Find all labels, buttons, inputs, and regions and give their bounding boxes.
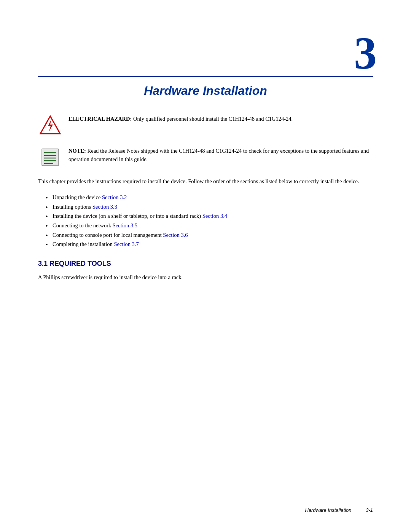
- list-item: Installing the device (on a shelf or tab…: [46, 211, 373, 221]
- footer-page-number: 3-1: [366, 507, 373, 513]
- note-notice: NOTE: Read the Release Notes shipped wit…: [38, 145, 373, 169]
- list-item-text: Completing the installation: [53, 241, 114, 247]
- chapter-divider: [38, 76, 373, 77]
- section-3-6-link[interactable]: Section 3.6: [163, 232, 188, 238]
- list-item-text: Installing the device (on a shelf or tab…: [53, 213, 202, 219]
- section-list: Unpacking the device Section 3.2 Install…: [46, 193, 373, 249]
- lightning-warning-icon: [38, 113, 62, 137]
- footer: Hardware Installation 3-1: [305, 507, 373, 513]
- chapter-title: Hardware Installation: [38, 84, 373, 98]
- section-31-body: A Phillips screwdriver is required to in…: [38, 273, 373, 282]
- section-3-4-link[interactable]: Section 3.4: [202, 213, 227, 219]
- list-item-text: Connecting to the network: [53, 222, 113, 228]
- list-item-text: Installing options: [53, 204, 92, 210]
- section-3-7-link[interactable]: Section 3.7: [114, 241, 139, 247]
- section-3-5-link[interactable]: Section 3.5: [113, 222, 137, 228]
- section-3-2-link[interactable]: Section 3.2: [102, 194, 127, 200]
- list-item-text: Connecting to console port for local man…: [53, 232, 163, 238]
- note-icon: [38, 145, 62, 169]
- electrical-hazard-body: Only qualified personnel should install …: [132, 116, 293, 122]
- list-item: Completing the installation Section 3.7: [46, 240, 373, 249]
- note-text: NOTE: Read the Release Notes shipped wit…: [68, 145, 373, 164]
- electrical-hazard-text: ELECTRICAL HAZARD: Only qualified person…: [68, 113, 293, 123]
- footer-chapter-name: Hardware Installation: [305, 507, 351, 513]
- page: 3 Hardware Installation ELECTRICAL HAZAR…: [0, 0, 411, 532]
- footer-separator: [356, 507, 361, 513]
- section-31-heading: 3.1 REQUIRED TOOLS: [38, 260, 373, 268]
- chapter-number: 3: [38, 30, 377, 76]
- list-item-text: Unpacking the device: [53, 194, 102, 200]
- electrical-hazard-notice: ELECTRICAL HAZARD: Only qualified person…: [38, 113, 373, 137]
- note-label: NOTE:: [68, 148, 86, 154]
- list-item: Connecting to console port for local man…: [46, 230, 373, 240]
- electrical-hazard-label: ELECTRICAL HAZARD:: [68, 116, 132, 122]
- list-item: Connecting to the network Section 3.5: [46, 221, 373, 230]
- section-3-3-link[interactable]: Section 3.3: [92, 204, 117, 210]
- list-item: Unpacking the device Section 3.2: [46, 193, 373, 202]
- note-body: Read the Release Notes shipped with the …: [68, 148, 369, 162]
- intro-paragraph: This chapter provides the instructions r…: [38, 177, 373, 186]
- list-item: Installing options Section 3.3: [46, 202, 373, 212]
